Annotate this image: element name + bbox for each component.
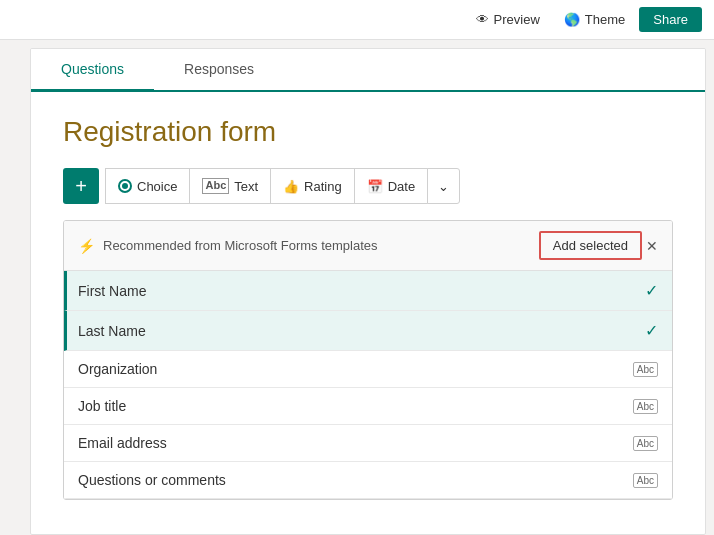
recommendation-item[interactable]: Email addressAbc (64, 425, 672, 462)
chevron-down-icon: ⌄ (438, 179, 449, 194)
left-panel (0, 40, 30, 535)
more-types-button[interactable]: ⌄ (427, 168, 460, 204)
check-icon: ✓ (645, 321, 658, 340)
text-label: Text (234, 179, 258, 194)
recommendation-item[interactable]: Questions or commentsAbc (64, 462, 672, 499)
preview-button[interactable]: 👁 Preview (466, 8, 550, 31)
add-question-button[interactable]: + (63, 168, 99, 204)
rec-header: ⚡ Recommended from Microsoft Forms templ… (64, 221, 672, 271)
theme-button[interactable]: 🌎 Theme (554, 8, 635, 31)
add-selected-button[interactable]: Add selected (539, 231, 642, 260)
abc-type-icon: Abc (633, 473, 658, 488)
choice-type-button[interactable]: Choice (105, 168, 190, 204)
rec-actions: Add selected ✕ (539, 231, 658, 260)
rec-header-left: ⚡ Recommended from Microsoft Forms templ… (78, 238, 378, 254)
tab-questions[interactable]: Questions (31, 49, 154, 92)
share-button[interactable]: Share (639, 7, 702, 32)
abc-type-icon: Abc (633, 399, 658, 414)
rec-item-name: Last Name (78, 323, 146, 339)
tabs-bar: Questions Responses (31, 49, 705, 92)
recommendation-item[interactable]: First Name✓ (64, 271, 672, 311)
text-icon: Abc (202, 178, 229, 193)
date-label: Date (388, 179, 415, 194)
rec-item-name: Organization (78, 361, 157, 377)
add-selected-label: Add selected (553, 238, 628, 253)
form-title: Registration form (63, 116, 673, 148)
preview-label: Preview (494, 12, 540, 27)
form-body: Registration form + Choice Abc Text 👍 Ra… (31, 92, 705, 516)
preview-icon: 👁 (476, 12, 489, 27)
choice-label: Choice (137, 179, 177, 194)
recommendations-panel: ⚡ Recommended from Microsoft Forms templ… (63, 220, 673, 500)
abc-type-icon: Abc (633, 362, 658, 377)
text-type-button[interactable]: Abc Text (189, 168, 271, 204)
recommendations-list: First Name✓Last Name✓OrganizationAbcJob … (64, 271, 672, 499)
theme-label: Theme (585, 12, 625, 27)
top-nav: 👁 Preview 🌎 Theme Share (0, 0, 714, 40)
radio-icon (118, 179, 132, 193)
recommendation-item[interactable]: Job titleAbc (64, 388, 672, 425)
recommendation-item[interactable]: OrganizationAbc (64, 351, 672, 388)
theme-icon: 🌎 (564, 12, 580, 27)
calendar-icon: 📅 (367, 179, 383, 194)
check-icon: ✓ (645, 281, 658, 300)
plus-icon: + (75, 175, 87, 198)
rating-type-button[interactable]: 👍 Rating (270, 168, 355, 204)
rec-item-name: First Name (78, 283, 146, 299)
rec-item-name: Job title (78, 398, 126, 414)
date-type-button[interactable]: 📅 Date (354, 168, 428, 204)
thumbs-up-icon: 👍 (283, 179, 299, 194)
recommendation-item[interactable]: Last Name✓ (64, 311, 672, 351)
rec-item-name: Email address (78, 435, 167, 451)
close-recommendations-button[interactable]: ✕ (646, 238, 658, 254)
lightning-icon: ⚡ (78, 238, 95, 254)
form-container: Questions Responses Registration form + … (30, 48, 706, 535)
rating-label: Rating (304, 179, 342, 194)
abc-type-icon: Abc (633, 436, 658, 451)
share-label: Share (653, 12, 688, 27)
tab-responses[interactable]: Responses (154, 49, 284, 92)
main-area: Questions Responses Registration form + … (0, 40, 714, 535)
rec-item-name: Questions or comments (78, 472, 226, 488)
rec-header-text: Recommended from Microsoft Forms templat… (103, 238, 378, 253)
question-toolbar: + Choice Abc Text 👍 Rating 📅 Date (63, 168, 673, 204)
